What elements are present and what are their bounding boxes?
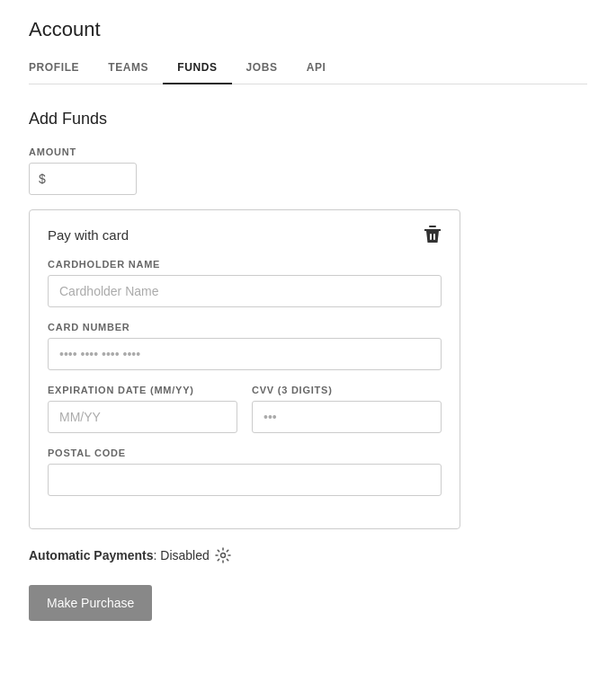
gear-icon	[215, 547, 231, 563]
tab-profile[interactable]: PROFILE	[29, 52, 94, 84]
card-number-field-group: CARD NUMBER	[48, 322, 442, 370]
postal-input[interactable]	[48, 464, 442, 496]
card-section-header: Pay with card	[48, 225, 442, 244]
svg-rect-1	[429, 226, 436, 227]
cvv-field-group: CVV (3 DIGITS)	[252, 385, 442, 433]
cvv-input[interactable]	[252, 401, 442, 433]
amount-field-group: AMOUNT $	[29, 146, 587, 195]
svg-point-4	[220, 554, 225, 558]
nav-tabs: PROFILE TEAMS FUNDS JOBS API	[29, 52, 587, 84]
tab-api[interactable]: API	[292, 52, 341, 84]
cardholder-label: CARDHOLDER NAME	[48, 259, 442, 270]
card-number-label: CARD NUMBER	[48, 322, 442, 332]
svg-rect-3	[433, 234, 435, 240]
automatic-payments-label: Automatic Payments	[29, 548, 153, 563]
cardholder-field-group: CARDHOLDER NAME	[48, 259, 442, 307]
amount-input[interactable]	[49, 172, 127, 186]
expiry-cvv-row: EXPIRATION DATE (MM/YY) CVV (3 DIGITS)	[48, 385, 442, 447]
delete-card-button[interactable]	[424, 225, 442, 244]
automatic-payments-text: Automatic Payments: Disabled	[29, 548, 210, 563]
gear-settings-button[interactable]	[215, 547, 231, 563]
automatic-payments-status: Disabled	[160, 548, 209, 563]
expiration-label: EXPIRATION DATE (MM/YY)	[48, 385, 237, 395]
page-title: Account	[29, 18, 587, 41]
trash-icon	[424, 225, 442, 244]
tab-funds[interactable]: FUNDS	[163, 52, 231, 84]
automatic-payments-row: Automatic Payments: Disabled	[29, 547, 587, 563]
main-content: Add Funds AMOUNT $ Pay with card CARDHOL…	[0, 84, 616, 646]
cardholder-input[interactable]	[48, 275, 442, 307]
card-section: Pay with card CARDHOLDER NAME CARD NUMBE…	[29, 209, 460, 529]
tab-teams[interactable]: TEAMS	[94, 52, 163, 84]
cvv-label: CVV (3 DIGITS)	[252, 385, 442, 395]
postal-field-group: POSTAL CODE	[48, 447, 442, 496]
currency-symbol: $	[39, 172, 46, 186]
section-title: Add Funds	[29, 110, 587, 128]
expiration-field-group: EXPIRATION DATE (MM/YY)	[48, 385, 237, 433]
amount-input-wrapper: $	[29, 163, 137, 195]
amount-label: AMOUNT	[29, 146, 587, 157]
postal-label: POSTAL CODE	[48, 447, 442, 458]
svg-rect-2	[430, 234, 432, 240]
svg-rect-0	[424, 229, 441, 231]
tab-jobs[interactable]: JOBS	[232, 52, 292, 84]
expiration-input[interactable]	[48, 401, 237, 433]
card-number-input[interactable]	[48, 338, 442, 370]
card-section-title: Pay with card	[48, 227, 129, 243]
make-purchase-button[interactable]: Make Purchase	[29, 585, 152, 621]
